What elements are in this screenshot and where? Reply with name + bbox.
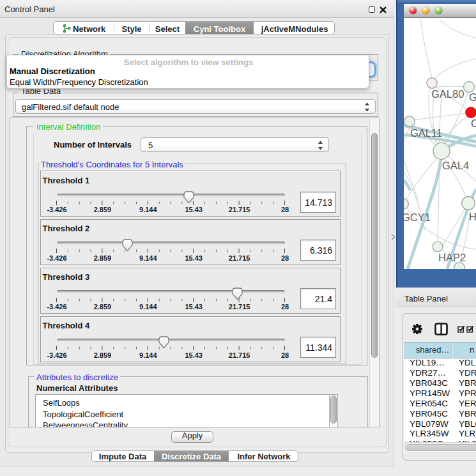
svg-text:GA: GA <box>469 91 476 103</box>
svg-text:H: H <box>469 211 476 222</box>
svg-text:GAL80: GAL80 <box>431 88 464 100</box>
svg-text:HAP2: HAP2 <box>438 252 466 263</box>
svg-text:GAL11: GAL11 <box>410 127 442 139</box>
svg-text:GCY1: GCY1 <box>404 211 431 223</box>
svg-text:C: C <box>471 118 476 129</box>
svg-text:GAL4: GAL4 <box>442 160 469 171</box>
